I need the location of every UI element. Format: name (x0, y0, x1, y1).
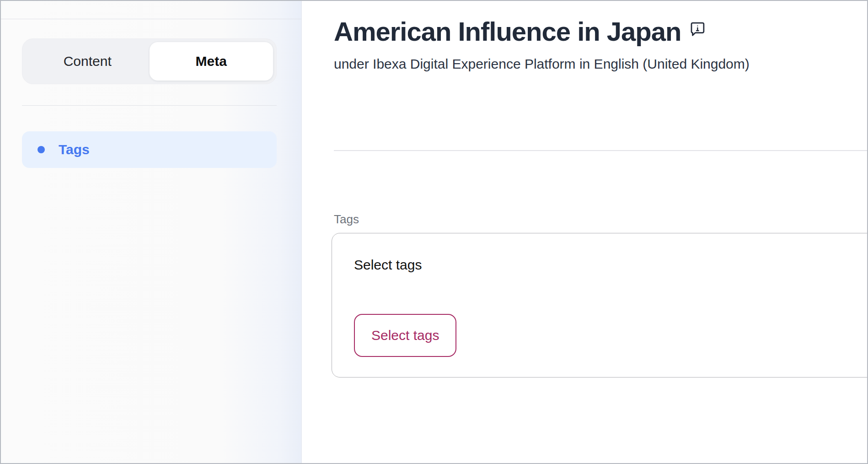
edit-sidebar: Content Meta Tags (1, 1, 302, 463)
tags-empty-state-title: Select tags (354, 256, 868, 274)
tags-field-box: Select tags Select tags (332, 233, 868, 378)
page-title: American Influence in Japan (334, 16, 681, 47)
sidebar-item-tags[interactable]: Tags (22, 131, 277, 168)
sidebar-item-label: Tags (59, 142, 90, 157)
tab-content[interactable]: Content (26, 42, 150, 81)
main-content: American Influence in Japan under Ibexa … (302, 1, 867, 463)
app-window: Content Meta Tags American Influence in … (0, 0, 868, 464)
sidebar-top-strip (1, 1, 301, 19)
info-speech-bubble-icon[interactable] (689, 21, 706, 38)
content-divider (334, 150, 867, 151)
dot-icon (38, 146, 45, 153)
content-meta-tab-switcher: Content Meta (22, 38, 277, 84)
tags-field-label: Tags (334, 212, 867, 227)
sidebar-divider (22, 105, 277, 106)
tab-meta[interactable]: Meta (150, 42, 273, 81)
title-row: American Influence in Japan (334, 16, 867, 47)
page-subtitle: under Ibexa Digital Experience Platform … (334, 55, 867, 73)
select-tags-button[interactable]: Select tags (354, 314, 456, 357)
